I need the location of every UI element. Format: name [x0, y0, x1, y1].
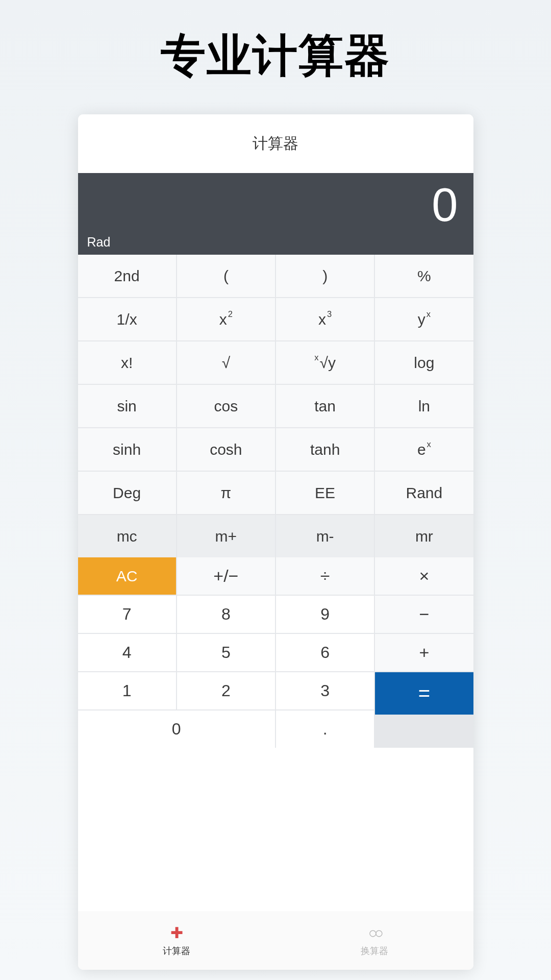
- key-3[interactable]: 3: [276, 672, 374, 709]
- key-5[interactable]: 5: [177, 634, 275, 671]
- key-subtract[interactable]: −: [375, 596, 473, 633]
- bottom-tab-bar: ✚ 计算器 ○○ 换算器: [78, 911, 473, 970]
- key-9[interactable]: 9: [276, 596, 374, 633]
- key-sqrt[interactable]: √: [177, 341, 275, 384]
- key-cosh[interactable]: cosh: [177, 428, 275, 471]
- key-sinh[interactable]: sinh: [78, 428, 176, 471]
- key-divide[interactable]: ÷: [276, 557, 374, 595]
- key-pi[interactable]: π: [177, 472, 275, 514]
- tab-calculator[interactable]: ✚ 计算器: [78, 911, 276, 970]
- numeric-keypad: AC +/− ÷ × 7 8 9 − 4 5 6 + 1 2 3 = 0 .: [78, 557, 473, 748]
- key-equals[interactable]: =: [375, 672, 473, 715]
- key-7[interactable]: 7: [78, 596, 176, 633]
- key-0[interactable]: 0: [78, 710, 276, 748]
- calculator-app: 计算器 0 Rad 2nd ( ) % 1/x x2 x3 yx x! √ x√…: [78, 114, 473, 970]
- key-x-squared[interactable]: x2: [177, 298, 275, 340]
- key-percent[interactable]: %: [375, 255, 473, 297]
- key-tan[interactable]: tan: [276, 385, 374, 427]
- key-8[interactable]: 8: [177, 596, 275, 633]
- display: 0 Rad: [78, 173, 473, 255]
- key-6[interactable]: 6: [276, 634, 374, 671]
- key-multiply[interactable]: ×: [375, 557, 473, 595]
- page-title: 专业计算器: [0, 0, 551, 86]
- key-rand[interactable]: Rand: [375, 472, 473, 514]
- infinity-icon: ○○: [368, 924, 381, 942]
- angle-mode: Rad: [87, 235, 111, 250]
- key-x-cubed[interactable]: x3: [276, 298, 374, 340]
- plus-icon: ✚: [170, 924, 183, 942]
- key-2nd[interactable]: 2nd: [78, 255, 176, 297]
- key-ln[interactable]: ln: [375, 385, 473, 427]
- app-title: 计算器: [253, 133, 298, 154]
- key-y-to-x[interactable]: yx: [375, 298, 473, 340]
- key-add[interactable]: +: [375, 634, 473, 671]
- key-tanh[interactable]: tanh: [276, 428, 374, 471]
- scientific-keypad: 2nd ( ) % 1/x x2 x3 yx x! √ x√y log sin …: [78, 255, 473, 557]
- key-dot[interactable]: .: [276, 710, 374, 748]
- tab-converter[interactable]: ○○ 换算器: [276, 911, 473, 970]
- key-cos[interactable]: cos: [177, 385, 275, 427]
- tab-label: 换算器: [361, 945, 388, 957]
- key-1[interactable]: 1: [78, 672, 176, 709]
- key-factorial[interactable]: x!: [78, 341, 176, 384]
- key-deg[interactable]: Deg: [78, 472, 176, 514]
- key-xth-root-y[interactable]: x√y: [276, 341, 374, 384]
- key-m-plus[interactable]: m+: [177, 515, 275, 557]
- key-mr[interactable]: mr: [375, 515, 473, 557]
- key-2[interactable]: 2: [177, 672, 275, 709]
- key-e-to-x[interactable]: ex: [375, 428, 473, 471]
- tab-label: 计算器: [163, 945, 190, 957]
- key-ee[interactable]: EE: [276, 472, 374, 514]
- key-reciprocal[interactable]: 1/x: [78, 298, 176, 340]
- key-sin[interactable]: sin: [78, 385, 176, 427]
- key-right-paren[interactable]: ): [276, 255, 374, 297]
- key-m-minus[interactable]: m-: [276, 515, 374, 557]
- key-ac[interactable]: AC: [78, 557, 176, 595]
- key-log[interactable]: log: [375, 341, 473, 384]
- key-left-paren[interactable]: (: [177, 255, 275, 297]
- key-sign[interactable]: +/−: [177, 557, 275, 595]
- key-mc[interactable]: mc: [78, 515, 176, 557]
- app-header: 计算器: [78, 114, 473, 173]
- display-value: 0: [432, 178, 458, 232]
- key-4[interactable]: 4: [78, 634, 176, 671]
